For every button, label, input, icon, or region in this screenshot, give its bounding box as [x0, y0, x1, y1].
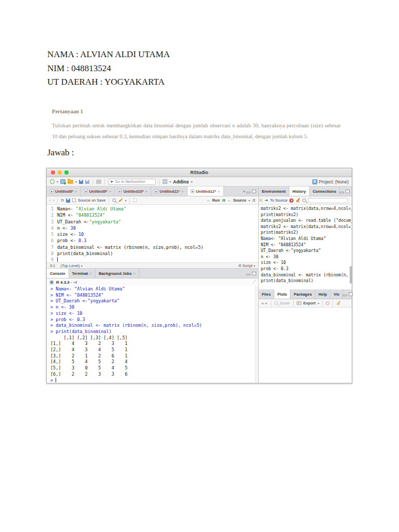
compile-report-icon[interactable] [133, 198, 137, 202]
run-button[interactable]: Run [212, 198, 220, 203]
project-menu[interactable]: R Project: (None) [312, 179, 349, 184]
open-recent-dropdown-icon[interactable]: ▾ [75, 180, 77, 183]
search-history-icon[interactable] [302, 198, 306, 202]
history-item[interactable]: n <- 30 [261, 254, 352, 260]
to-source-button[interactable]: To Source [270, 198, 288, 203]
minimize-pane-icon[interactable] [246, 274, 250, 275]
minimize-pane-icon[interactable] [246, 192, 250, 193]
panel-layout-icon[interactable] [163, 179, 167, 184]
zoom-button[interactable]: Zoom [280, 301, 290, 305]
source-tab-untitled8[interactable]: Untitled8*× [47, 187, 81, 196]
r-script-icon [191, 189, 194, 193]
print-icon[interactable] [96, 180, 101, 184]
history-item[interactable]: Nama<- "Alvian Aldi Utama" [261, 236, 352, 242]
source-tab-untitled12[interactable]: Untitled12*× [188, 187, 224, 196]
console-output[interactable]: > Nama<- "Alvian Aldi Utama"> NIM <- "04… [47, 286, 258, 383]
source-tab-untitled9[interactable]: Untitled9*× [81, 187, 115, 196]
addins-dropdown-icon[interactable]: ▾ [191, 180, 193, 183]
remove-plot-icon[interactable] [326, 301, 329, 305]
file-type-selector[interactable]: R Script ▾ [238, 263, 255, 268]
popout-icon[interactable]: ⧉ [61, 198, 64, 203]
close-icon[interactable]: × [181, 189, 184, 194]
history-scrollbar[interactable] [350, 266, 352, 284]
maximize-pane-icon[interactable] [345, 190, 350, 193]
tab-console[interactable]: Console [47, 269, 69, 278]
close-icon[interactable]: × [109, 189, 112, 194]
history-item[interactable]: matriks2 <- matrix(data,nrow=4,ncol=_ [261, 206, 352, 212]
save-icon[interactable] [79, 180, 83, 184]
toolbar-separator [57, 197, 58, 204]
matrix-header: [,1] [,2] [,3] [,4] [,5] [50, 335, 254, 341]
new-file-icon[interactable] [50, 179, 55, 184]
close-icon[interactable]: × [89, 271, 92, 276]
minimize-pane-icon[interactable] [340, 192, 344, 193]
export-dropdown-icon[interactable]: ▾ [317, 301, 319, 305]
clear-console-icon[interactable]: ⟋ [252, 280, 256, 285]
source-button[interactable]: Source [233, 198, 246, 203]
source-dropdown-icon[interactable]: ▾ [248, 198, 250, 202]
source-tab-untitled10[interactable]: Untitled10*× [115, 187, 151, 196]
source-tab-untitled11[interactable]: Untitled11*× [151, 187, 187, 196]
close-icon[interactable]: × [145, 189, 148, 194]
history-item[interactable]: size <- 10 [261, 260, 352, 266]
history-item[interactable]: prob <- 0.3 [261, 266, 352, 272]
goto-file-search[interactable]: ➤ Go to file/function [108, 179, 156, 185]
source-on-save-label: Source on Save [78, 198, 105, 203]
plot-forward-icon[interactable]: ▸ [265, 301, 268, 305]
close-icon[interactable]: × [75, 189, 77, 194]
tab-connections[interactable]: Connections [310, 187, 340, 196]
source-on-save-checkbox[interactable] [72, 198, 76, 202]
find-icon[interactable] [112, 198, 116, 202]
maximize-pane-icon[interactable] [349, 292, 353, 296]
tab-packages[interactable]: Packages [290, 289, 315, 299]
history-list[interactable]: matriks2 <- matrix(data,nrow=4,ncol=_pri… [259, 205, 352, 289]
tab-vie[interactable]: Vie [330, 289, 343, 299]
history-item[interactable]: data_binominal <- matrix (rbinom(n, _ [261, 272, 352, 278]
scope-selector[interactable]: (Top Level) ▾ [60, 263, 82, 268]
close-icon[interactable]: × [133, 271, 136, 276]
back-icon[interactable]: ‹ [49, 198, 51, 203]
save-all-icon[interactable] [85, 180, 89, 184]
new-project-icon[interactable] [60, 179, 65, 184]
tab-files[interactable]: Files [259, 289, 274, 299]
toolbar-separator [271, 300, 271, 307]
tab-terminal[interactable]: Terminal× [69, 269, 96, 278]
tab-overflow-icon[interactable]: » [243, 189, 245, 194]
plot-back-icon[interactable]: ◂ [261, 301, 263, 305]
source-editor[interactable]: 1Nama<- "Alvian Aldi Utama"2NIM <- "0488… [47, 205, 258, 262]
history-item[interactable]: data.penjualan <- read.table ("docum_ [261, 218, 352, 224]
tab-backgroundjobs[interactable]: Background Jobs× [96, 269, 139, 278]
delete-history-icon[interactable]: ✕ [289, 198, 294, 203]
close-icon[interactable]: × [218, 189, 220, 194]
history-item[interactable]: print(matriks2) [261, 212, 352, 218]
rerun-icon[interactable]: ⇉ [222, 198, 225, 203]
open-file-icon[interactable] [68, 180, 73, 184]
clear-history-icon[interactable] [296, 198, 300, 203]
history-item[interactable]: print(matriks2) [261, 230, 352, 236]
tab-environment[interactable]: Environment [259, 187, 289, 196]
load-history-icon[interactable]: ⎘ [259, 198, 262, 203]
export-plot-icon[interactable] [297, 301, 301, 305]
tab-plots[interactable]: Plots [274, 289, 290, 299]
history-item[interactable]: matriks2 <- matrix(data,nrow=4,ncol=_ [261, 224, 352, 230]
export-button[interactable]: Export [303, 301, 316, 305]
history-item[interactable]: print(data_binominal) [261, 278, 352, 284]
clear-plots-icon[interactable] [336, 301, 341, 305]
zoom-plot-icon[interactable] [274, 301, 278, 305]
maximize-pane-icon[interactable] [252, 190, 256, 193]
forward-icon[interactable]: › [53, 198, 55, 203]
save-source-icon[interactable] [66, 198, 70, 203]
code-tools-icon[interactable] [118, 198, 123, 203]
history-item[interactable]: NIM <- "048813524" [261, 242, 352, 248]
history-search-input[interactable] [308, 198, 348, 203]
code-tools-dropdown-icon[interactable]: ▾ [125, 198, 126, 202]
new-file-dropdown-icon[interactable]: ▾ [57, 180, 58, 183]
outline-icon[interactable]: ≣ [252, 198, 256, 203]
tab-help[interactable]: Help [315, 289, 330, 299]
panel-layout-dropdown-icon[interactable]: ▾ [169, 180, 171, 183]
tab-history[interactable]: History [289, 187, 310, 196]
minimize-pane-icon[interactable] [343, 295, 347, 296]
history-item[interactable]: UT_Daerah <-"yogyakarta" [261, 248, 352, 254]
addins-button[interactable]: Addins [173, 179, 189, 184]
maximize-pane-icon[interactable] [252, 272, 256, 275]
